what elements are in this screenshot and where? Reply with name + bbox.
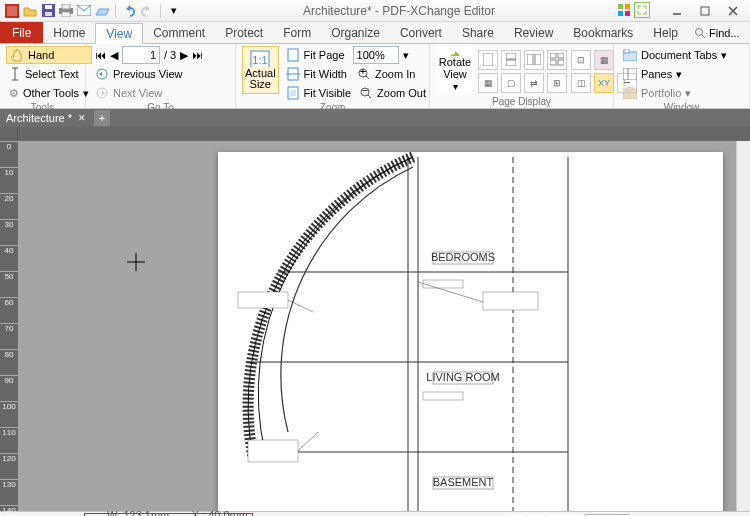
open-icon[interactable] — [22, 3, 38, 19]
show-cover-icon[interactable]: ▢ — [501, 73, 521, 93]
rulers-icon[interactable]: XY — [594, 73, 614, 93]
ui-settings-icon[interactable] — [616, 2, 632, 18]
rotate-view-button[interactable]: Rotate View▾ — [436, 47, 474, 95]
fit-visible[interactable]: Fit Visible−Zoom Out — [283, 84, 429, 102]
portfolio[interactable]: Portfolio ▾ — [620, 84, 730, 102]
tab-bookmarks[interactable]: Bookmarks — [563, 22, 643, 43]
two-continuous-icon[interactable] — [547, 50, 567, 70]
tab-protect[interactable]: Protect — [215, 22, 273, 43]
svg-text:−: − — [362, 86, 368, 96]
tab-organize[interactable]: Organize — [321, 22, 390, 43]
fitvisible-label: Fit Visible — [304, 87, 351, 99]
svg-line-66 — [298, 432, 318, 451]
svg-rect-63 — [423, 392, 463, 400]
document-tabs[interactable]: Document Tabs ▾ — [620, 46, 730, 64]
svg-rect-41 — [550, 60, 556, 65]
svg-rect-37 — [527, 54, 533, 65]
email-icon[interactable] — [76, 3, 92, 19]
fitpage-label: Fit Page — [304, 49, 345, 61]
close-doc-icon[interactable]: ✕ — [78, 113, 86, 123]
fit-page[interactable]: Fit Page▾ — [283, 46, 429, 64]
thumbnails-icon[interactable]: ⊞ — [547, 73, 567, 93]
find-button[interactable]: Find... — [688, 27, 746, 39]
zoom-input[interactable] — [353, 46, 399, 64]
svg-rect-36 — [506, 60, 516, 66]
print-icon[interactable] — [58, 3, 74, 19]
tab-convert[interactable]: Convert — [390, 22, 452, 43]
pattern-icon[interactable]: ▦ — [594, 50, 614, 70]
continuous-icon[interactable] — [501, 50, 521, 70]
snap-icon[interactable]: ◫ — [571, 73, 591, 93]
next-page-icon[interactable]: ▶ — [180, 49, 188, 62]
actual-size-button[interactable]: 1:1 Actual Size — [242, 46, 279, 94]
app-icon — [4, 3, 20, 19]
svg-line-27 — [366, 76, 369, 79]
rtl-icon[interactable]: ⇄ — [524, 73, 544, 93]
svg-point-15 — [696, 28, 703, 35]
svg-rect-34 — [483, 53, 493, 66]
rotate-label: Rotate View — [439, 57, 471, 80]
single-page-icon[interactable] — [478, 50, 498, 70]
svg-text:+: + — [360, 67, 366, 77]
canvas[interactable]: BEDROOMS LIVING ROOM BASEMENT — [18, 141, 736, 511]
maximize-button[interactable] — [692, 2, 718, 20]
tab-comment[interactable]: Comment — [143, 22, 215, 43]
fit-width[interactable]: Fit Width+Zoom In — [283, 65, 429, 83]
svg-rect-10 — [625, 4, 630, 9]
panes-label: Panes — [641, 68, 672, 80]
tab-share[interactable]: Share — [452, 22, 504, 43]
page-view: BEDROOMS LIVING ROOM BASEMENT — [218, 152, 723, 511]
prev-view-label: Previous View — [113, 68, 183, 80]
select-text-tool[interactable]: Select Text — [6, 65, 92, 83]
save-icon[interactable] — [40, 3, 56, 19]
svg-rect-62 — [423, 280, 463, 288]
tab-file[interactable]: File — [0, 22, 43, 43]
redo-icon[interactable] — [139, 3, 155, 19]
close-button[interactable] — [720, 2, 746, 20]
tab-review[interactable]: Review — [504, 22, 563, 43]
last-page-icon[interactable]: ⏭ — [192, 49, 203, 61]
scrollbar-vertical[interactable] — [736, 141, 750, 511]
undo-icon[interactable] — [121, 3, 137, 19]
svg-rect-59 — [238, 292, 288, 308]
tab-view[interactable]: View — [95, 23, 143, 44]
two-pages-icon[interactable] — [524, 50, 544, 70]
svg-rect-60 — [483, 292, 538, 310]
zoom-group-label: Zoom — [242, 102, 423, 114]
page-total: / 3 — [164, 49, 176, 61]
select-label: Select Text — [25, 68, 79, 80]
minimize-button[interactable] — [664, 2, 690, 20]
previous-view[interactable]: Previous View — [92, 65, 206, 83]
pagedisplay-group-label: Page Display — [436, 96, 607, 108]
svg-rect-39 — [550, 53, 556, 58]
show-gaps-icon[interactable]: ▦ — [478, 73, 498, 93]
grid-icon[interactable]: ⊡ — [571, 50, 591, 70]
svg-rect-11 — [618, 11, 623, 16]
window-group-label: Window — [620, 102, 743, 114]
panes[interactable]: Panes ▾ — [620, 65, 730, 83]
svg-rect-42 — [558, 60, 564, 65]
svg-rect-38 — [535, 54, 541, 65]
tab-help[interactable]: Help — [643, 22, 688, 43]
first-page-icon[interactable]: ⏮ — [95, 49, 106, 61]
page-nav: ⏮ ◀ / 3 ▶ ⏭ — [92, 46, 206, 64]
doctabs-label: Document Tabs — [641, 49, 717, 61]
zoomin-label: Zoom In — [375, 68, 415, 80]
launch-icon[interactable] — [634, 2, 650, 18]
scan-icon[interactable] — [94, 3, 110, 19]
fitwidth-label: Fit Width — [304, 68, 347, 80]
page-input[interactable] — [122, 46, 160, 64]
qat-dropdown-icon[interactable]: ▾ — [166, 3, 182, 19]
goto-group-label: Go To — [92, 102, 229, 114]
tab-form[interactable]: Form — [273, 22, 321, 43]
tab-home[interactable]: Home — [43, 22, 95, 43]
new-doc-icon[interactable]: + — [94, 110, 110, 126]
bedrooms-label: BEDROOMS — [431, 251, 495, 263]
other-tools[interactable]: ⚙Other Tools ▾ — [6, 84, 92, 102]
document-tab[interactable]: Architecture * — [6, 112, 72, 124]
svg-rect-44 — [624, 49, 629, 53]
svg-rect-48 — [627, 87, 633, 90]
next-view[interactable]: Next View — [92, 84, 206, 102]
hand-tool[interactable]: Hand — [6, 46, 92, 64]
prev-page-icon[interactable]: ◀ — [110, 49, 118, 62]
